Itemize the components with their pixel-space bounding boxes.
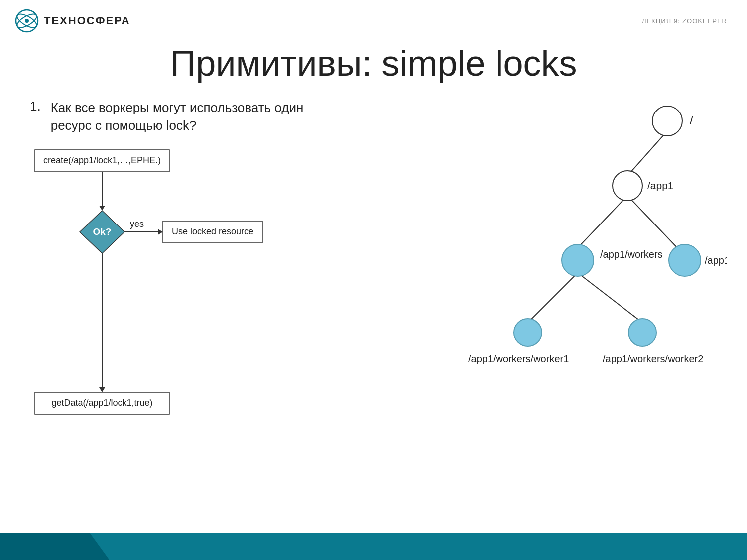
app1-label: /app1 <box>647 180 674 191</box>
svg-marker-6 <box>99 206 105 211</box>
use-locked-text: Use locked resource <box>172 226 253 236</box>
svg-marker-12 <box>99 387 105 392</box>
getdata-box-text: getData(/app1/lock1,true) <box>51 398 152 408</box>
logo-text: ТЕХНОСФЕРА <box>44 14 130 27</box>
main-title: Примитивы: simple locks <box>0 43 747 84</box>
svg-point-24 <box>628 319 656 346</box>
svg-point-23 <box>514 319 542 346</box>
svg-line-15 <box>578 196 627 248</box>
logo-icon <box>15 9 39 33</box>
logo-container: ТЕХНОСФЕРА <box>15 9 130 33</box>
svg-line-16 <box>627 196 677 248</box>
content-area: 1. Как все воркеры могут использовать од… <box>0 99 747 441</box>
bottom-bar-accent <box>0 533 110 560</box>
tree-svg: / /app1 /app1/workers /app1/lock1 /app1/… <box>388 94 727 392</box>
flowchart-svg: create(/app1/lock1,…,EPHE.) Ok? yes Use … <box>30 150 269 439</box>
create-box-text: create(/app1/lock1,…,EPHE.) <box>43 155 161 165</box>
list-text: Как все воркеры могут использовать один … <box>51 99 304 135</box>
lecture-label: ЛЕКЦИЯ 9: ZOOKEEPER <box>642 17 727 25</box>
svg-point-20 <box>613 171 642 201</box>
root-label: / <box>690 113 693 127</box>
list-item-1: 1. Как все воркеры могут использовать од… <box>30 99 304 135</box>
svg-point-22 <box>669 244 701 276</box>
worker1-label: /app1/workers/worker1 <box>468 353 569 364</box>
svg-marker-9 <box>158 229 163 235</box>
tree-panel: / /app1 /app1/workers /app1/lock1 /app1/… <box>388 94 727 402</box>
svg-line-14 <box>627 131 667 176</box>
worker2-label: /app1/workers/worker2 <box>603 353 703 364</box>
svg-point-19 <box>652 106 682 136</box>
svg-line-17 <box>528 273 578 323</box>
svg-point-21 <box>562 244 594 276</box>
list-number: 1. <box>30 99 41 135</box>
workers-label: /app1/workers <box>600 249 663 260</box>
yes-label: yes <box>130 219 144 229</box>
left-panel: 1. Как все воркеры могут использовать од… <box>30 99 304 441</box>
svg-point-3 <box>25 19 29 23</box>
svg-line-18 <box>578 273 642 323</box>
diamond-ok-text: Ok? <box>93 226 112 237</box>
header: ТЕХНОСФЕРА ЛЕКЦИЯ 9: ZOOKEEPER <box>0 0 747 33</box>
bottom-bar <box>0 533 747 560</box>
lock1-label: /app1/lock1 <box>705 255 727 266</box>
